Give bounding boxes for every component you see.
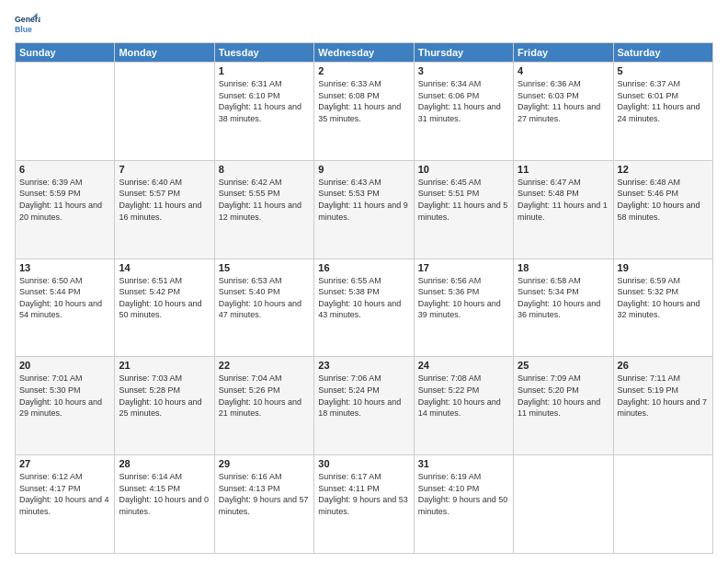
day-info: Sunrise: 6:55 AM Sunset: 5:38 PM Dayligh…	[318, 275, 409, 321]
day-number: 19	[618, 262, 709, 273]
day-info: Sunrise: 6:37 AM Sunset: 6:01 PM Dayligh…	[618, 78, 709, 124]
day-number: 14	[119, 262, 210, 273]
svg-text:Blue: Blue	[15, 25, 32, 34]
logo: General Blue	[15, 11, 44, 37]
day-info: Sunrise: 6:45 AM Sunset: 5:51 PM Dayligh…	[418, 177, 509, 223]
weekday-header: Tuesday	[214, 43, 313, 63]
day-number: 30	[318, 458, 409, 469]
day-number: 3	[418, 65, 509, 76]
day-number: 17	[418, 262, 509, 273]
calendar-week-row: 13Sunrise: 6:50 AM Sunset: 5:44 PM Dayli…	[16, 259, 713, 357]
day-info: Sunrise: 7:08 AM Sunset: 5:22 PM Dayligh…	[418, 373, 509, 419]
weekday-header: Sunday	[16, 43, 115, 63]
day-info: Sunrise: 6:39 AM Sunset: 5:59 PM Dayligh…	[19, 177, 110, 223]
weekday-header: Monday	[115, 43, 214, 63]
calendar-week-row: 27Sunrise: 6:12 AM Sunset: 4:17 PM Dayli…	[16, 455, 713, 554]
calendar-cell: 22Sunrise: 7:04 AM Sunset: 5:26 PM Dayli…	[214, 357, 313, 455]
calendar-cell: 1Sunrise: 6:31 AM Sunset: 6:10 PM Daylig…	[214, 63, 313, 161]
day-info: Sunrise: 6:14 AM Sunset: 4:15 PM Dayligh…	[119, 471, 210, 517]
calendar-cell: 23Sunrise: 7:06 AM Sunset: 5:24 PM Dayli…	[314, 357, 414, 455]
day-number: 22	[219, 360, 310, 371]
day-number: 20	[19, 360, 110, 371]
calendar-cell: 5Sunrise: 6:37 AM Sunset: 6:01 PM Daylig…	[613, 63, 712, 161]
day-number: 31	[418, 458, 509, 469]
day-number: 2	[318, 65, 409, 76]
day-number: 9	[318, 164, 409, 175]
day-number: 18	[518, 262, 609, 273]
day-info: Sunrise: 6:33 AM Sunset: 6:08 PM Dayligh…	[318, 78, 409, 124]
calendar-cell: 4Sunrise: 6:36 AM Sunset: 6:03 PM Daylig…	[514, 63, 613, 161]
day-info: Sunrise: 6:34 AM Sunset: 6:06 PM Dayligh…	[418, 78, 509, 124]
day-number: 27	[19, 458, 110, 469]
day-number: 6	[19, 164, 110, 175]
day-info: Sunrise: 6:48 AM Sunset: 5:46 PM Dayligh…	[618, 177, 709, 223]
calendar-cell: 17Sunrise: 6:56 AM Sunset: 5:36 PM Dayli…	[414, 259, 513, 357]
day-info: Sunrise: 6:56 AM Sunset: 5:36 PM Dayligh…	[418, 275, 509, 321]
calendar-header-row: SundayMondayTuesdayWednesdayThursdayFrid…	[16, 43, 713, 63]
day-info: Sunrise: 6:58 AM Sunset: 5:34 PM Dayligh…	[518, 275, 609, 321]
day-number: 10	[418, 164, 509, 175]
day-number: 23	[318, 360, 409, 371]
day-number: 1	[219, 65, 310, 76]
day-number: 7	[119, 164, 210, 175]
day-info: Sunrise: 6:40 AM Sunset: 5:57 PM Dayligh…	[119, 177, 210, 223]
day-number: 12	[618, 164, 709, 175]
calendar-cell: 9Sunrise: 6:43 AM Sunset: 5:53 PM Daylig…	[314, 160, 414, 259]
calendar-cell	[16, 63, 115, 161]
calendar-cell: 30Sunrise: 6:17 AM Sunset: 4:11 PM Dayli…	[314, 455, 414, 554]
calendar-cell: 7Sunrise: 6:40 AM Sunset: 5:57 PM Daylig…	[115, 160, 214, 259]
calendar-cell: 21Sunrise: 7:03 AM Sunset: 5:28 PM Dayli…	[115, 357, 214, 455]
day-number: 16	[318, 262, 409, 273]
weekday-header: Friday	[514, 43, 613, 63]
header: General Blue	[15, 11, 713, 37]
day-info: Sunrise: 6:50 AM Sunset: 5:44 PM Dayligh…	[19, 275, 110, 321]
calendar-cell: 19Sunrise: 6:59 AM Sunset: 5:32 PM Dayli…	[613, 259, 712, 357]
calendar-cell: 24Sunrise: 7:08 AM Sunset: 5:22 PM Dayli…	[414, 357, 513, 455]
calendar-cell	[514, 455, 613, 554]
day-info: Sunrise: 7:06 AM Sunset: 5:24 PM Dayligh…	[318, 373, 409, 419]
weekday-header: Thursday	[414, 43, 513, 63]
logo-icon: General Blue	[15, 11, 40, 37]
day-number: 4	[518, 65, 609, 76]
calendar-cell: 12Sunrise: 6:48 AM Sunset: 5:46 PM Dayli…	[613, 160, 712, 259]
calendar-cell: 27Sunrise: 6:12 AM Sunset: 4:17 PM Dayli…	[16, 455, 115, 554]
day-info: Sunrise: 6:59 AM Sunset: 5:32 PM Dayligh…	[618, 275, 709, 321]
day-number: 26	[618, 360, 709, 371]
day-info: Sunrise: 7:01 AM Sunset: 5:30 PM Dayligh…	[19, 373, 110, 419]
calendar-cell: 28Sunrise: 6:14 AM Sunset: 4:15 PM Dayli…	[115, 455, 214, 554]
day-number: 5	[618, 65, 709, 76]
day-number: 25	[518, 360, 609, 371]
calendar-cell: 20Sunrise: 7:01 AM Sunset: 5:30 PM Dayli…	[16, 357, 115, 455]
day-number: 29	[219, 458, 310, 469]
calendar-cell: 15Sunrise: 6:53 AM Sunset: 5:40 PM Dayli…	[214, 259, 313, 357]
calendar-cell	[613, 455, 712, 554]
day-number: 21	[119, 360, 210, 371]
page: General Blue SundayMondayTuesdayWednesda…	[0, 0, 728, 563]
calendar-cell: 26Sunrise: 7:11 AM Sunset: 5:19 PM Dayli…	[613, 357, 712, 455]
day-info: Sunrise: 7:11 AM Sunset: 5:19 PM Dayligh…	[618, 373, 709, 419]
day-number: 11	[518, 164, 609, 175]
weekday-header: Saturday	[613, 43, 712, 63]
calendar-cell: 25Sunrise: 7:09 AM Sunset: 5:20 PM Dayli…	[514, 357, 613, 455]
day-number: 28	[119, 458, 210, 469]
calendar-week-row: 1Sunrise: 6:31 AM Sunset: 6:10 PM Daylig…	[16, 63, 713, 161]
calendar-cell: 16Sunrise: 6:55 AM Sunset: 5:38 PM Dayli…	[314, 259, 414, 357]
day-info: Sunrise: 7:04 AM Sunset: 5:26 PM Dayligh…	[219, 373, 310, 419]
calendar-cell: 11Sunrise: 6:47 AM Sunset: 5:48 PM Dayli…	[514, 160, 613, 259]
calendar-week-row: 6Sunrise: 6:39 AM Sunset: 5:59 PM Daylig…	[16, 160, 713, 259]
calendar-cell: 8Sunrise: 6:42 AM Sunset: 5:55 PM Daylig…	[214, 160, 313, 259]
weekday-header: Wednesday	[314, 43, 414, 63]
day-number: 13	[19, 262, 110, 273]
day-info: Sunrise: 6:16 AM Sunset: 4:13 PM Dayligh…	[219, 471, 310, 517]
calendar-table: SundayMondayTuesdayWednesdayThursdayFrid…	[15, 42, 713, 554]
day-number: 15	[219, 262, 310, 273]
day-info: Sunrise: 6:51 AM Sunset: 5:42 PM Dayligh…	[119, 275, 210, 321]
day-info: Sunrise: 6:17 AM Sunset: 4:11 PM Dayligh…	[318, 471, 409, 517]
day-info: Sunrise: 6:36 AM Sunset: 6:03 PM Dayligh…	[518, 78, 609, 124]
day-info: Sunrise: 6:19 AM Sunset: 4:10 PM Dayligh…	[418, 471, 509, 517]
day-info: Sunrise: 7:09 AM Sunset: 5:20 PM Dayligh…	[518, 373, 609, 419]
calendar-cell: 18Sunrise: 6:58 AM Sunset: 5:34 PM Dayli…	[514, 259, 613, 357]
calendar-cell: 14Sunrise: 6:51 AM Sunset: 5:42 PM Dayli…	[115, 259, 214, 357]
day-number: 24	[418, 360, 509, 371]
calendar-week-row: 20Sunrise: 7:01 AM Sunset: 5:30 PM Dayli…	[16, 357, 713, 455]
